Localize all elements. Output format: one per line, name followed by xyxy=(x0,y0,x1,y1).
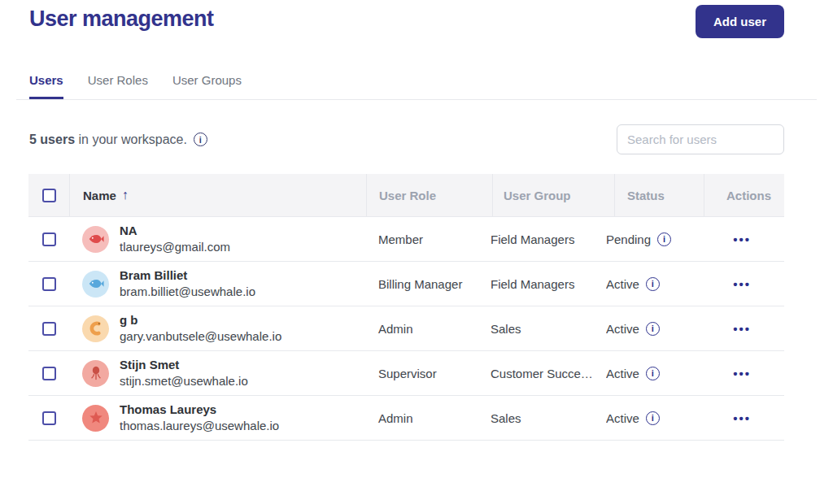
status-info-icon[interactable]: i xyxy=(646,322,660,336)
status-text: Active xyxy=(606,322,639,336)
workspace-summary: 5 users in your workspace. i xyxy=(29,133,207,147)
user-name: Stijn Smet xyxy=(120,357,248,373)
user-group-cell: Sales xyxy=(480,322,594,336)
user-role-column-header: User Role xyxy=(366,174,492,216)
table-row: NA tlaureys@gmail.com Member Field Manag… xyxy=(28,217,784,262)
user-name: Thomas Laureys xyxy=(120,402,279,418)
status-column-header: Status xyxy=(614,174,704,216)
user-role-cell: Admin xyxy=(366,411,480,425)
top-bar: User management Add user xyxy=(0,0,833,38)
user-name: Bram Billiet xyxy=(120,267,255,284)
avatar-fish-icon xyxy=(82,226,109,253)
user-role-cell: Member xyxy=(366,232,480,246)
name-column-label: Name xyxy=(83,189,116,202)
tab-user-roles[interactable]: User Roles xyxy=(88,68,148,99)
user-email: bram.billiet@usewhale.io xyxy=(120,284,255,300)
user-group-cell: Field Managers xyxy=(480,277,594,291)
row-checkbox[interactable] xyxy=(42,277,56,291)
tab-bar: Users User Roles User Groups xyxy=(16,68,817,100)
avatar-shrimp-icon xyxy=(82,315,109,342)
table-body: NA tlaureys@gmail.com Member Field Manag… xyxy=(28,217,784,441)
user-email: stijn.smet@usewhale.io xyxy=(120,373,248,389)
user-management-page: User management Add user Users User Role… xyxy=(0,0,833,504)
tab-user-groups[interactable]: User Groups xyxy=(172,68,242,99)
row-checkbox[interactable] xyxy=(42,411,56,425)
user-group-column-header: User Group xyxy=(492,174,614,216)
name-column-header[interactable]: Name ↑ xyxy=(69,174,366,216)
avatar-squid-icon xyxy=(82,360,109,387)
summary-text: in your workspace. xyxy=(79,133,187,146)
page-title: User management xyxy=(29,5,214,32)
row-checkbox[interactable] xyxy=(42,232,56,246)
status-text: Active xyxy=(606,367,639,380)
summary-row: 5 users in your workspace. i xyxy=(0,124,833,154)
user-count: 5 users xyxy=(29,133,75,146)
table-row: Stijn Smet stijn.smet@usewhale.io Superv… xyxy=(28,351,784,396)
sort-ascending-icon: ↑ xyxy=(122,188,129,202)
users-table: Name ↑ User Role User Group Status Actio… xyxy=(28,174,784,441)
row-actions-button[interactable]: ••• xyxy=(733,277,751,291)
user-email: thomas.laureys@usewhale.io xyxy=(120,418,279,434)
avatar-starfish-icon xyxy=(82,405,109,432)
tab-users[interactable]: Users xyxy=(29,68,63,99)
row-checkbox[interactable] xyxy=(42,367,56,380)
user-group-cell: Field Managers xyxy=(480,232,594,246)
status-info-icon[interactable]: i xyxy=(646,411,660,425)
user-email: tlaureys@gmail.com xyxy=(120,239,230,255)
user-name: NA xyxy=(120,223,230,239)
status-info-icon[interactable]: i xyxy=(646,277,660,291)
table-row: Bram Billiet bram.billiet@usewhale.io Bi… xyxy=(28,262,784,306)
user-role-cell: Admin xyxy=(366,322,480,336)
row-checkbox[interactable] xyxy=(42,322,56,336)
add-user-button[interactable]: Add user xyxy=(696,5,784,38)
actions-column-header: Actions xyxy=(704,174,784,216)
status-text: Active xyxy=(606,277,639,291)
row-actions-button[interactable]: ••• xyxy=(733,232,751,246)
table-row: Thomas Laureys thomas.laureys@usewhale.i… xyxy=(28,396,784,441)
user-name: g b xyxy=(120,312,281,328)
user-role-cell: Supervisor xyxy=(366,367,480,380)
status-info-icon[interactable]: i xyxy=(657,232,671,246)
user-role-cell: Billing Manager xyxy=(366,277,480,291)
status-info-icon[interactable]: i xyxy=(646,367,660,380)
user-email: gary.vanbutsele@usewhale.io xyxy=(120,328,281,345)
table-row: g b gary.vanbutsele@usewhale.io Admin Sa… xyxy=(28,306,784,351)
user-group-cell: Customer Succe… xyxy=(480,367,594,380)
row-actions-button[interactable]: ••• xyxy=(733,411,751,425)
avatar-fish-icon xyxy=(82,271,109,298)
status-text: Pending xyxy=(606,232,651,246)
info-icon[interactable]: i xyxy=(194,133,207,146)
select-all-checkbox[interactable] xyxy=(42,189,56,202)
table-header-row: Name ↑ User Role User Group Status Actio… xyxy=(28,174,784,217)
search-input[interactable] xyxy=(617,124,784,154)
row-actions-button[interactable]: ••• xyxy=(733,367,751,380)
row-actions-button[interactable]: ••• xyxy=(733,322,751,336)
user-group-cell: Sales xyxy=(480,411,594,425)
status-text: Active xyxy=(606,411,639,425)
